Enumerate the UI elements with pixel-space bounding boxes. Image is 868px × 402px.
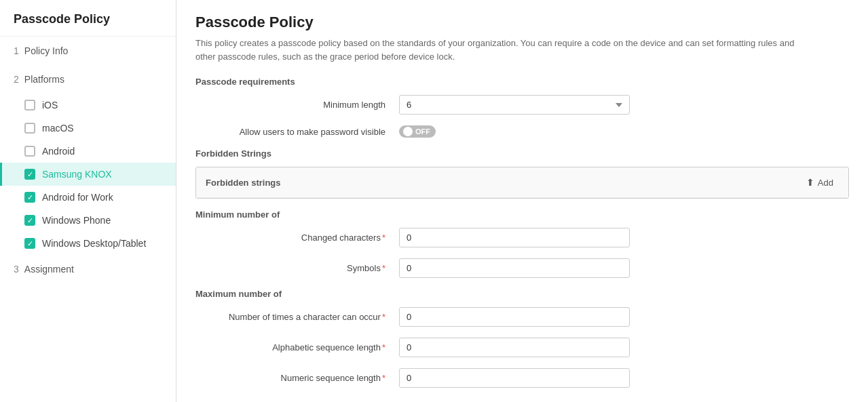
maximum-number-header: Maximum number of	[195, 289, 849, 299]
step-2-number: 2	[14, 74, 19, 85]
step-1-number: 1	[14, 45, 19, 56]
android-for-work-checkbox[interactable]	[24, 192, 35, 203]
windows-desktop-label: Windows Desktop/Tablet	[42, 238, 146, 249]
numeric-seq-required: *	[382, 373, 385, 383]
char-occur-input[interactable]	[399, 307, 630, 327]
numeric-seq-label: Numeric sequence length*	[195, 373, 399, 383]
changed-characters-row: Changed characters*	[195, 228, 849, 247]
sidebar-item-samsung-knox[interactable]: Samsung KNOX	[0, 163, 176, 186]
ios-label: iOS	[42, 100, 58, 110]
changed-characters-input[interactable]	[399, 228, 630, 247]
android-label: Android	[42, 146, 75, 157]
sidebar-item-android-for-work[interactable]: Android for Work	[0, 186, 176, 209]
samsung-knox-checkbox[interactable]	[24, 169, 35, 180]
forbidden-strings-table: Forbidden strings ⬆ Add	[195, 167, 849, 199]
numeric-seq-row: Numeric sequence length*	[195, 368, 849, 388]
alpha-seq-row: Alphabetic sequence length*	[195, 338, 849, 357]
android-checkbox[interactable]	[24, 146, 35, 157]
char-occur-required: *	[382, 312, 385, 322]
alpha-seq-label: Alphabetic sequence length*	[195, 342, 399, 353]
char-occur-label: Number of times a character can occur*	[195, 312, 399, 322]
allow-visible-row: Allow users to make password visible OFF	[195, 125, 849, 138]
add-icon: ⬆	[806, 177, 814, 188]
sidebar-title: Passcode Policy	[0, 0, 176, 37]
numeric-seq-input[interactable]	[399, 368, 630, 388]
sidebar: Passcode Policy 1 Policy Info 2 Platform…	[0, 0, 176, 402]
main-content: Passcode Policy This policy creates a pa…	[176, 0, 868, 402]
minimum-number-header: Minimum number of	[195, 209, 849, 220]
add-forbidden-string-button[interactable]: ⬆ Add	[801, 174, 839, 190]
sidebar-item-macos[interactable]: macOS	[0, 117, 176, 140]
windows-desktop-checkbox[interactable]	[24, 238, 35, 249]
forbidden-strings-header: Forbidden Strings	[195, 148, 849, 159]
sidebar-step-3[interactable]: 3 Assignment	[0, 255, 176, 283]
step-1-label: Policy Info	[24, 45, 69, 56]
macos-label: macOS	[42, 123, 74, 134]
changed-characters-required: *	[382, 233, 385, 243]
samsung-knox-label: Samsung KNOX	[42, 169, 112, 180]
toggle-dot	[403, 127, 413, 136]
step-2-label: Platforms	[24, 74, 64, 85]
forbidden-strings-label: Forbidden strings	[206, 178, 281, 188]
sidebar-item-ios[interactable]: iOS	[0, 94, 176, 117]
sidebar-step-2[interactable]: 2 Platforms	[0, 65, 176, 94]
android-for-work-label: Android for Work	[42, 192, 113, 203]
ios-checkbox[interactable]	[24, 100, 35, 110]
allow-visible-label: Allow users to make password visible	[195, 127, 399, 137]
minimum-length-label: Minimum length	[195, 100, 399, 110]
sidebar-item-windows-desktop[interactable]: Windows Desktop/Tablet	[0, 232, 176, 255]
sidebar-item-android[interactable]: Android	[0, 140, 176, 163]
alpha-seq-input[interactable]	[399, 338, 630, 357]
page-title: Passcode Policy	[195, 14, 849, 31]
forbidden-strings-row: Forbidden strings ⬆ Add	[196, 167, 848, 198]
sidebar-step-1[interactable]: 1 Policy Info	[0, 37, 176, 65]
char-occur-row: Number of times a character can occur*	[195, 307, 849, 327]
allow-visible-toggle[interactable]: OFF	[399, 125, 436, 138]
macos-checkbox[interactable]	[24, 123, 35, 134]
alpha-seq-required: *	[382, 342, 385, 353]
windows-phone-checkbox[interactable]	[24, 215, 35, 226]
minimum-length-select[interactable]: 6 4 8	[399, 95, 630, 115]
symbols-required: *	[382, 263, 385, 273]
windows-phone-label: Windows Phone	[42, 215, 111, 226]
minimum-length-row: Minimum length 6 4 8	[195, 95, 849, 115]
allow-visible-toggle-wrapper: OFF	[399, 125, 436, 138]
sidebar-item-windows-phone[interactable]: Windows Phone	[0, 209, 176, 232]
add-label: Add	[818, 178, 833, 188]
toggle-label: OFF	[415, 127, 430, 136]
symbols-label: Symbols*	[195, 263, 399, 273]
changed-characters-label: Changed characters*	[195, 233, 399, 243]
passcode-requirements-header: Passcode requirements	[195, 77, 849, 87]
symbols-input[interactable]	[399, 258, 630, 278]
step-3-number: 3	[14, 264, 19, 275]
page-description: This policy creates a passcode policy ba…	[195, 37, 806, 63]
symbols-row: Symbols*	[195, 258, 849, 278]
step-3-label: Assignment	[24, 264, 74, 275]
